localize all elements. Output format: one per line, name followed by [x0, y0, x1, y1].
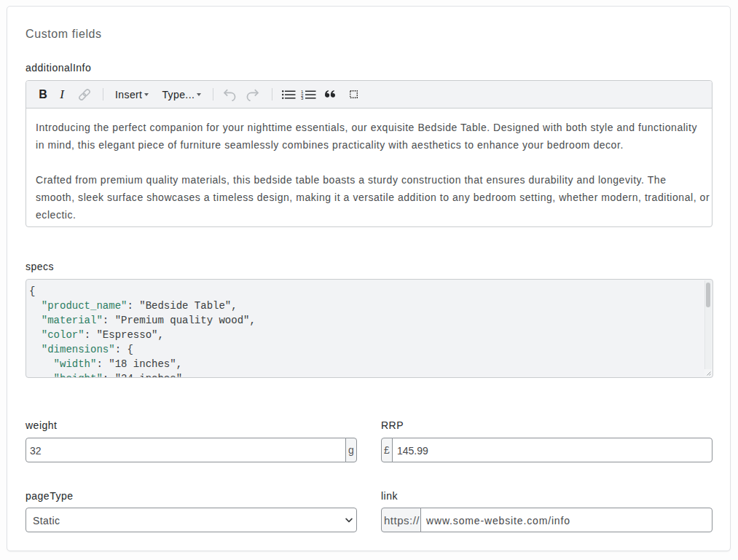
svg-text:3: 3	[301, 95, 304, 100]
